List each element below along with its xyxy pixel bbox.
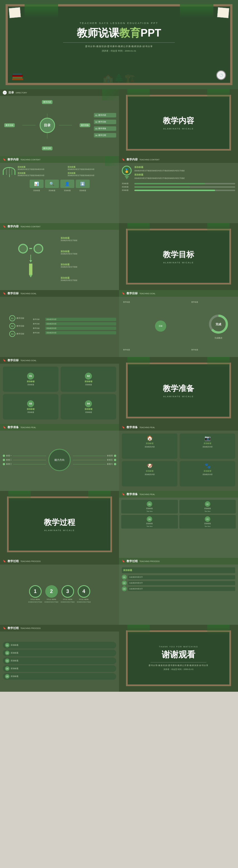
slide4-icon3: 👤 bbox=[60, 180, 74, 188]
slide13-item3: 🐶 添加标签 添加相关内容 bbox=[122, 461, 177, 487]
slide2-diagram: 目录 教学内容 教学过程 教学目标 教学准备 bbox=[3, 99, 91, 152]
slide-7: 教学目标 ALAMINATE WICALE bbox=[119, 223, 238, 290]
s12-dot4 bbox=[114, 455, 116, 457]
slide16-items: 1 TITLE HERE 添加相关内容文字描述 2 TITLE HERE 添加相… bbox=[28, 585, 91, 603]
slide15-content: 01 添加标签 Title Here 02 添加标签 Title Here 04… bbox=[119, 498, 238, 556]
slide4-content: 添加标题 添加相关内容文字描述添加相关内容 添加标题 添加相关内容文字描述添加相… bbox=[0, 163, 119, 221]
slide13-header: 🔖 教学准备 TEACHING PEAL bbox=[119, 424, 238, 431]
slide-15: 🔖 教学准备 TEACHING PEAL 01 添加标签 Title Here … bbox=[119, 491, 238, 558]
umbrella-shape bbox=[3, 167, 16, 175]
slide6-icon-area bbox=[3, 232, 58, 286]
slide-13: 🔖 教学准备 TEACHING PEAL 🏠 添加标签 添加相关内容 📷 添加标… bbox=[119, 424, 238, 491]
s5-title1: 添加标题 bbox=[134, 166, 235, 169]
slide2-header-title: 目录 bbox=[8, 91, 14, 95]
s12-dot2 bbox=[3, 459, 5, 461]
slide-11: 教学准备 ALAMINATE WICALE bbox=[119, 357, 238, 424]
end-leaves-r bbox=[207, 625, 230, 634]
slide-8: 🔖 教学目标 TEACHING GOAL 01 教学目标 02 教学目标 bbox=[0, 290, 119, 357]
s12-dot6 bbox=[114, 463, 116, 465]
s13-label1: 添加标签 bbox=[146, 442, 154, 445]
s13-desc4: 添加相关内容 bbox=[203, 473, 213, 476]
s16-desc2: 添加相关内容文字描述 bbox=[45, 601, 58, 603]
slide5-bar3: 添加标题 bbox=[122, 189, 235, 192]
svg-text:完成: 完成 bbox=[216, 323, 221, 326]
slide3-sub: ALAMINATE WICALE bbox=[163, 127, 194, 130]
s16-item4: 4 TITLE HERE 添加相关内容文字描述 bbox=[77, 585, 91, 603]
slide8-header: 🔖 教学目标 TEACHING GOAL bbox=[0, 290, 119, 297]
pencil-tip bbox=[29, 275, 32, 278]
slide2-content: 目录 教学内容 教学过程 教学目标 教学准备 01教学 bbox=[0, 96, 119, 155]
slide15-h-title: 教学准备 bbox=[127, 492, 138, 496]
s4-desc3: 添加相关内容文字描述添加相关内容 bbox=[18, 175, 67, 177]
s5-bar-fill1 bbox=[134, 183, 205, 184]
slide-6: 🔖 教学内容 TEACHING CONTENT bbox=[0, 223, 119, 290]
s15-label4: 添加标签 bbox=[204, 522, 211, 525]
book3 bbox=[12, 75, 23, 77]
slide18-h-sub: TEACHING PROCESS bbox=[20, 627, 41, 629]
glass-right bbox=[33, 244, 43, 253]
s17-flow2: 02 出处相关内容文字 bbox=[122, 581, 235, 585]
slide12-h-sub: TEACHING PEAL bbox=[20, 427, 36, 428]
slide16-h-sub: TEACHING PROCESS bbox=[20, 560, 41, 562]
s18-label1: 添加标题 bbox=[10, 644, 19, 647]
slide18-row2: 02 添加标题 bbox=[3, 650, 116, 656]
s18-label4: 添加标题 bbox=[10, 667, 19, 670]
slide15-header: 🔖 教学准备 TEACHING PEAL bbox=[119, 491, 238, 498]
num2-label: 教学目标 bbox=[17, 325, 24, 328]
pencil-body bbox=[29, 264, 32, 275]
num1-label: 教学目标 bbox=[17, 317, 24, 320]
s6-item1: 添加标题 添加相关内容文字描述 bbox=[61, 237, 116, 242]
leaves-top-left bbox=[25, 4, 58, 18]
s8-bl1: 教学目标 bbox=[33, 318, 44, 321]
s15-label3: 添加标签 bbox=[146, 522, 153, 525]
s12-dot3 bbox=[3, 463, 5, 465]
umbrella-divider1 bbox=[9, 168, 9, 175]
slide8-num2: 02 教学目标 bbox=[9, 323, 24, 329]
s10-label1: 添加标签 bbox=[27, 380, 35, 383]
s8-bar-text4: 添加相关内容 bbox=[46, 332, 56, 334]
slide10-content: 01 添加标签 添加标题 02 添加标签 添加标题 03 添加标签 添加标题 0… bbox=[0, 364, 119, 422]
s13-label4: 添加标签 bbox=[204, 470, 211, 472]
s12-line5 bbox=[73, 460, 106, 460]
slide17-content: 添加标题 01 出处相关内容文字 02 出处相关内容文字 bbox=[119, 564, 238, 623]
s6-label2: 添加标题 bbox=[61, 250, 116, 253]
slide11-chalkboard: 教学准备 ALAMINATE WICALE bbox=[126, 363, 231, 418]
slide17-flow: 01 出处相关内容文字 02 出处相关内容文字 03 bbox=[122, 575, 235, 591]
num-03: 03 bbox=[9, 331, 16, 337]
s6-desc1: 添加相关内容文字描述 bbox=[61, 240, 116, 242]
slide18-row5: 05 添加标题 bbox=[3, 673, 116, 680]
s17-f1-text: 出处相关内容文字 bbox=[129, 576, 234, 579]
s13-icon4: 🐾 bbox=[205, 463, 211, 469]
end-chalkboard: THANK YOU FOR WATCHING 谢谢观看 爱书分享/教落培训/爱书… bbox=[126, 630, 231, 686]
s17-flow1: 01 出处相关内容文字 bbox=[122, 575, 235, 580]
slide-end: THANK YOU FOR WATCHING 谢谢观看 爱书分享/教落培训/爱书… bbox=[119, 625, 238, 692]
s18-label5: 添加标题 bbox=[10, 675, 19, 678]
slide12-center: 能力方向 bbox=[48, 449, 71, 471]
slide12-header: 🔖 教学准备 TEACHING PEAL bbox=[0, 424, 119, 431]
slide10-header: 🔖 教学目标 TEACHING GOAL bbox=[0, 357, 119, 364]
s13-icon2: 📷 bbox=[205, 435, 211, 441]
s17-f2-num: 02 bbox=[122, 581, 127, 585]
slide7-leaves-r bbox=[207, 223, 230, 233]
slide9-h-sub: TEACHING GOAL bbox=[139, 292, 156, 294]
slide4-icon2: 🔍 bbox=[45, 180, 59, 188]
s16-num4: 4 bbox=[78, 585, 90, 598]
s15-title4: Title Here bbox=[205, 526, 211, 527]
slide13-item4: 🐾 添加标签 添加相关内容 bbox=[180, 461, 235, 487]
slide-3: 教学内容 ALAMINATE WICALE bbox=[119, 89, 238, 156]
slide13-h-sub: TEACHING PEAL bbox=[139, 427, 155, 428]
slide15-row1: 01 添加标签 Title Here 02 添加标签 Title Here bbox=[121, 500, 236, 514]
slide18-h-icon: 🔖 bbox=[3, 627, 6, 629]
s6-item2: 添加标题 添加相关内容文字描述 bbox=[61, 250, 116, 255]
s10-desc2: 添加标题 bbox=[85, 383, 92, 386]
slide2-header-icon: 📖 bbox=[3, 91, 7, 95]
s6-desc2: 添加相关内容文字描述 bbox=[61, 253, 116, 255]
slide8-bar1: 教学目标 添加相关内容 bbox=[33, 318, 116, 321]
s16-item2: 2 TITLE HERE 添加相关内容文字描述 bbox=[45, 585, 58, 603]
glass-bridge bbox=[29, 248, 32, 249]
slide18-row4: 04 添加标题 bbox=[3, 665, 116, 672]
slide11-leaves-l bbox=[127, 357, 150, 367]
s18-num3: 03 bbox=[5, 658, 9, 663]
s15-num2: 02 bbox=[205, 501, 210, 507]
s5-bar-track2 bbox=[134, 186, 235, 188]
